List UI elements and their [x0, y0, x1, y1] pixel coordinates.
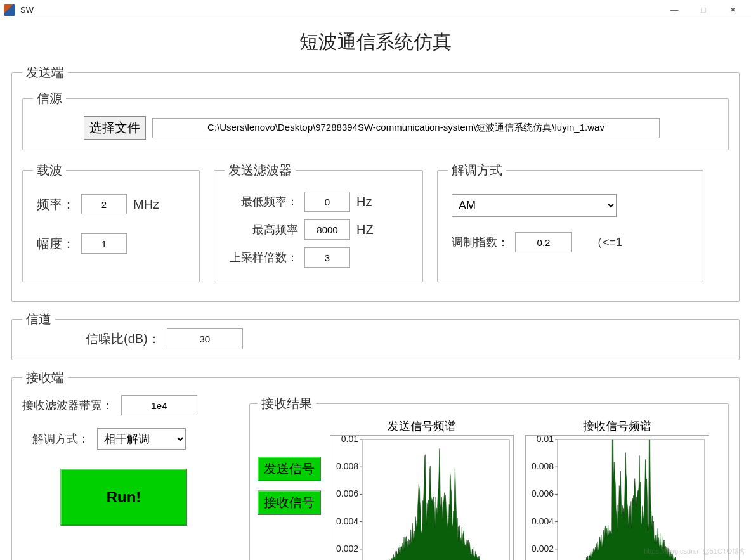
mod-index-input[interactable]	[515, 232, 572, 252]
tx-signal-button[interactable]: 发送信号	[258, 457, 321, 481]
svg-text:0.002: 0.002	[532, 544, 554, 554]
source-legend: 信源	[33, 90, 66, 107]
carrier-freq-label: 频率：	[37, 196, 75, 213]
rx-filter-bw-input[interactable]	[121, 395, 197, 415]
svg-text:0.002: 0.002	[336, 544, 358, 554]
select-file-button[interactable]: 选择文件	[84, 116, 146, 140]
carrier-group: 载波 频率： MHz 幅度：	[22, 162, 200, 282]
max-freq-input[interactable]	[304, 219, 350, 240]
snr-input[interactable]	[167, 328, 243, 349]
svg-text:0.01: 0.01	[537, 435, 554, 444]
channel-group: 信道 信噪比(dB)：	[11, 311, 740, 360]
carrier-amp-input[interactable]	[81, 233, 127, 254]
watermark: https://blog.csdn.n @51CTO博客	[644, 547, 746, 556]
tx-spectrum-plot: 发送信号频谱 00.0020.0040.0060.0080.01-5000050…	[330, 419, 514, 560]
max-freq-unit: HZ	[356, 223, 374, 237]
title-bar: SW — □ ✕	[0, 0, 751, 20]
minimize-button[interactable]: —	[660, 0, 689, 20]
rx-signal-button[interactable]: 接收信号	[258, 490, 321, 515]
maximize-button[interactable]: □	[689, 0, 718, 20]
carrier-amp-label: 幅度：	[37, 235, 75, 252]
tx-filter-group: 发送滤波器 最低频率： Hz 最高频率 HZ 上采样倍数：	[214, 162, 423, 282]
svg-text:0.008: 0.008	[336, 461, 358, 471]
sender-legend: 发送端	[22, 64, 68, 81]
svg-text:0.006: 0.006	[336, 488, 358, 498]
file-path-input[interactable]	[152, 118, 660, 138]
channel-legend: 信道	[22, 311, 55, 328]
demod-scheme-legend: 解调方式	[448, 162, 506, 179]
min-freq-unit: Hz	[356, 195, 372, 209]
svg-text:0.006: 0.006	[532, 488, 554, 498]
min-freq-label: 最低频率：	[228, 194, 298, 209]
close-button[interactable]: ✕	[718, 0, 747, 20]
rx-plot-title: 接收信号频谱	[525, 419, 709, 434]
snr-label: 信噪比(dB)：	[86, 330, 160, 348]
rx-filter-bw-label: 接收滤波器带宽：	[22, 398, 114, 413]
svg-text:0.008: 0.008	[532, 461, 554, 471]
app-icon	[4, 4, 15, 16]
window-title: SW	[20, 5, 660, 15]
run-button[interactable]: Run!	[60, 469, 187, 526]
svg-text:0.004: 0.004	[532, 516, 554, 526]
result-legend: 接收结果	[258, 395, 316, 412]
tx-filter-legend: 发送滤波器	[225, 162, 296, 179]
receiver-legend: 接收端	[22, 369, 68, 386]
max-freq-label: 最高频率	[228, 222, 298, 237]
carrier-freq-input[interactable]	[81, 194, 127, 214]
svg-text:0.004: 0.004	[336, 516, 358, 526]
carrier-freq-unit: MHz	[133, 197, 159, 212]
modulation-select[interactable]: AM	[452, 194, 617, 217]
rx-demod-label: 解调方式：	[32, 431, 89, 446]
tx-plot-title: 发送信号频谱	[330, 419, 514, 434]
rx-demod-select[interactable]: 相干解调	[97, 428, 186, 450]
result-group: 接收结果 发送信号 接收信号 发送信号频谱 00.0020.0040.0060.…	[249, 395, 729, 560]
svg-text:0.01: 0.01	[341, 435, 358, 444]
page-title: 短波通信系统仿真	[11, 29, 740, 55]
sender-group: 发送端 信源 选择文件 载波 频率： MHz 幅度：	[11, 64, 740, 302]
mod-index-hint: （<=1	[591, 235, 622, 250]
source-group: 信源 选择文件	[22, 90, 729, 150]
receiver-group: 接收端 接收滤波器带宽： 解调方式： 相干解调 Run! 接收结果	[11, 369, 740, 560]
upsample-label: 上采样倍数：	[228, 250, 298, 265]
mod-index-label: 调制指数：	[452, 235, 509, 250]
carrier-legend: 载波	[33, 162, 66, 179]
rx-spectrum-plot: 接收信号频谱 00.0020.0040.0060.0080.01-5000050…	[525, 419, 709, 560]
min-freq-input[interactable]	[304, 192, 350, 212]
upsample-input[interactable]	[304, 247, 350, 268]
demod-scheme-group: 解调方式 AM 调制指数： （<=1	[437, 162, 703, 282]
